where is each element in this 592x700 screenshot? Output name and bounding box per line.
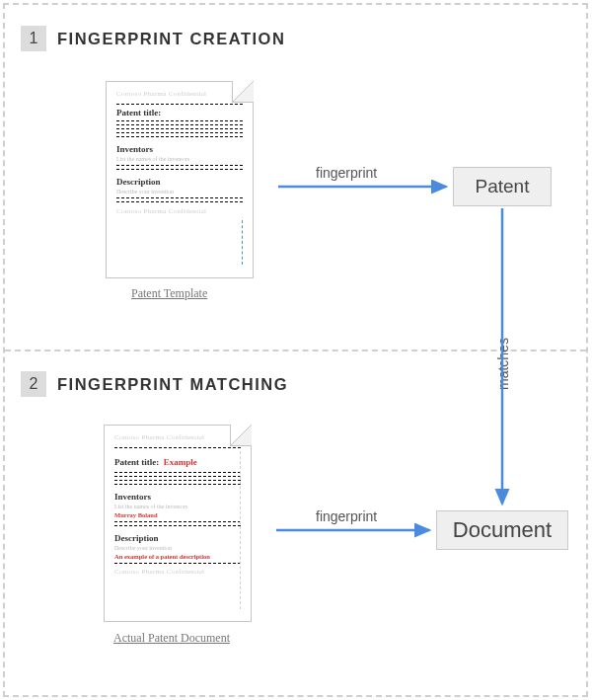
arrow1-label: fingerprint bbox=[316, 165, 377, 181]
step1-title: FINGERPRINT CREATION bbox=[57, 30, 285, 48]
doc1-header: Contoso Pharma Confidential bbox=[116, 90, 243, 98]
doc2-caption: Actual Patent Document bbox=[113, 631, 230, 646]
document-node: Document bbox=[436, 510, 568, 550]
doc2-description-sub: Describe your invention bbox=[114, 545, 241, 551]
vertical-arrow-label: matches bbox=[495, 338, 511, 390]
step1-badge: 1 bbox=[21, 26, 46, 51]
doc1-footer: Contoso Pharma Confidential bbox=[116, 207, 243, 215]
step2-badge: 2 bbox=[21, 371, 46, 397]
doc1-caption: Patent Template bbox=[131, 286, 207, 301]
doc1-description-label: Description bbox=[116, 177, 243, 187]
doc1-inventors-sub: List the names of the inventors bbox=[116, 156, 243, 162]
doc2-description-label: Description bbox=[114, 533, 241, 543]
doc2-inventors-example: Murray Boland bbox=[114, 511, 241, 518]
patent-template-doc: Contoso Pharma Confidential Patent title… bbox=[106, 81, 254, 278]
doc1-title-label: Patent title: bbox=[116, 108, 243, 117]
doc2-header: Contoso Pharma Confidential bbox=[114, 433, 241, 441]
doc1-description-sub: Describe your invention bbox=[116, 189, 243, 194]
step2-title: FINGERPRINT MATCHING bbox=[57, 375, 288, 394]
actual-patent-doc: Contoso Pharma Confidential Patent title… bbox=[104, 425, 252, 622]
arrow2-label: fingerprint bbox=[316, 508, 377, 524]
diagram-root: 1 FINGERPRINT CREATION Contoso Pharma Co… bbox=[0, 0, 592, 700]
doc2-title-label: Patent title: bbox=[114, 457, 159, 467]
doc2-inventors-label: Inventors bbox=[114, 492, 241, 502]
doc2-footer: Contoso Pharma Confidential bbox=[114, 568, 241, 576]
doc2-title-example: Example bbox=[164, 457, 197, 467]
doc2-description-example: An example of a patent description bbox=[114, 553, 241, 560]
patent-node: Patent bbox=[453, 167, 552, 206]
doc1-inventors-label: Inventors bbox=[116, 144, 243, 154]
doc2-inventors-sub: List the names of the inventors bbox=[114, 504, 241, 509]
